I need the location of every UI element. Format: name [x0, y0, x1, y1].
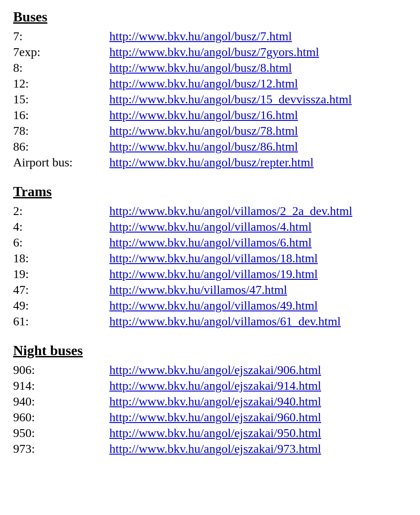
route-label: 12:: [13, 76, 109, 92]
table-row: 4: http://www.bkv.hu/angol/villamos/4.ht…: [13, 219, 407, 235]
table-row: 78: http://www.bkv.hu/angol/busz/78.html: [13, 123, 407, 139]
route-link-cell[interactable]: http://www.bkv.hu/angol/villamos/49.html: [109, 298, 407, 314]
trams-section: Trams 2: http://www.bkv.hu/angol/villamo…: [13, 183, 407, 329]
route-label: 78:: [13, 123, 109, 139]
route-link-cell[interactable]: http://www.bkv.hu/angol/busz/86.html: [109, 139, 407, 155]
table-row: 19: http://www.bkv.hu/angol/villamos/19.…: [13, 266, 407, 282]
table-row: 47: http://www.bkv.hu/villamos/47.html: [13, 282, 407, 298]
route-link[interactable]: http://www.bkv.hu/angol/villamos/18.html: [109, 251, 318, 265]
route-link-cell[interactable]: http://www.bkv.hu/villamos/47.html: [109, 282, 407, 298]
route-link[interactable]: http://www.bkv.hu/angol/villamos/2_2a_de…: [109, 204, 352, 218]
table-row: 86: http://www.bkv.hu/angol/busz/86.html: [13, 139, 407, 155]
route-link[interactable]: http://www.bkv.hu/angol/busz/12.html: [109, 77, 298, 90]
table-row: 7exp: http://www.bkv.hu/angol/busz/7gyor…: [13, 44, 407, 60]
route-link[interactable]: http://www.bkv.hu/angol/villamos/49.html: [109, 299, 318, 312]
route-link[interactable]: http://www.bkv.hu/angol/busz/78.html: [109, 124, 298, 138]
night-buses-title: Night buses: [13, 342, 407, 359]
route-label: 18:: [13, 250, 109, 266]
route-label: 86:: [13, 139, 109, 155]
route-link[interactable]: http://www.bkv.hu/angol/busz/16.html: [109, 108, 298, 122]
route-link[interactable]: http://www.bkv.hu/angol/ejszakai/950.htm…: [109, 426, 321, 440]
route-link[interactable]: http://www.bkv.hu/angol/ejszakai/940.htm…: [109, 395, 321, 408]
route-link[interactable]: http://www.bkv.hu/angol/ejszakai/960.htm…: [109, 410, 321, 424]
table-row: 6: http://www.bkv.hu/angol/villamos/6.ht…: [13, 235, 407, 250]
route-link-cell[interactable]: http://www.bkv.hu/angol/busz/repter.html: [109, 155, 407, 170]
table-row: 12: http://www.bkv.hu/angol/busz/12.html: [13, 76, 407, 92]
table-row: 18: http://www.bkv.hu/angol/villamos/18.…: [13, 250, 407, 266]
route-link[interactable]: http://www.bkv.hu/angol/busz/7.html: [109, 29, 292, 43]
route-link-cell[interactable]: http://www.bkv.hu/angol/ejszakai/960.htm…: [109, 409, 407, 425]
route-link[interactable]: http://www.bkv.hu/angol/ejszakai/906.htm…: [109, 363, 321, 377]
route-link-cell[interactable]: http://www.bkv.hu/angol/villamos/2_2a_de…: [109, 203, 407, 219]
night-buses-section: Night buses 906: http://www.bkv.hu/angol…: [13, 342, 407, 457]
route-label: 49:: [13, 298, 109, 314]
route-link-cell[interactable]: http://www.bkv.hu/angol/busz/7.html: [109, 28, 407, 44]
route-label: 8:: [13, 60, 109, 76]
route-link-cell[interactable]: http://www.bkv.hu/angol/ejszakai/906.htm…: [109, 362, 407, 378]
table-row: 61: http://www.bkv.hu/angol/villamos/61_…: [13, 314, 407, 329]
route-link-cell[interactable]: http://www.bkv.hu/angol/busz/78.html: [109, 123, 407, 139]
route-label: 19:: [13, 266, 109, 282]
route-label: 15:: [13, 92, 109, 107]
route-link[interactable]: http://www.bkv.hu/angol/villamos/4.html: [109, 220, 312, 233]
route-label: 950:: [13, 425, 109, 441]
route-link[interactable]: http://www.bkv.hu/angol/busz/8.html: [109, 61, 292, 74]
route-link-cell[interactable]: http://www.bkv.hu/angol/ejszakai/914.htm…: [109, 378, 407, 394]
route-link[interactable]: http://www.bkv.hu/angol/ejszakai/914.htm…: [109, 379, 321, 392]
route-link[interactable]: http://www.bkv.hu/angol/busz/15_devvissz…: [109, 92, 352, 106]
table-row: 2: http://www.bkv.hu/angol/villamos/2_2a…: [13, 203, 407, 219]
route-link-cell[interactable]: http://www.bkv.hu/angol/busz/16.html: [109, 107, 407, 123]
route-link[interactable]: http://www.bkv.hu/angol/villamos/61_dev.…: [109, 314, 341, 328]
table-row: 7: http://www.bkv.hu/angol/busz/7.html: [13, 28, 407, 44]
route-link[interactable]: http://www.bkv.hu/angol/busz/7gyors.html: [109, 45, 319, 59]
route-label: 914:: [13, 378, 109, 394]
route-label: 4:: [13, 219, 109, 235]
route-link-cell[interactable]: http://www.bkv.hu/angol/ejszakai/940.htm…: [109, 394, 407, 409]
route-link-cell[interactable]: http://www.bkv.hu/angol/ejszakai/950.htm…: [109, 425, 407, 441]
route-label: 7exp:: [13, 44, 109, 60]
route-label: 960:: [13, 409, 109, 425]
table-row: 8: http://www.bkv.hu/angol/busz/8.html: [13, 60, 407, 76]
route-link[interactable]: http://www.bkv.hu/angol/ejszakai/973.htm…: [109, 442, 321, 455]
route-label: 2:: [13, 203, 109, 219]
table-row: 16: http://www.bkv.hu/angol/busz/16.html: [13, 107, 407, 123]
table-row: 940: http://www.bkv.hu/angol/ejszakai/94…: [13, 394, 407, 409]
route-label: 906:: [13, 362, 109, 378]
trams-title: Trams: [13, 183, 407, 200]
route-label: Airport bus:: [13, 155, 109, 170]
buses-title: Buses: [13, 9, 407, 25]
route-link[interactable]: http://www.bkv.hu/angol/busz/repter.html: [109, 155, 314, 169]
table-row: 973: http://www.bkv.hu/angol/ejszakai/97…: [13, 441, 407, 457]
table-row: Airport bus: http://www.bkv.hu/angol/bus…: [13, 155, 407, 170]
buses-section: Buses 7: http://www.bkv.hu/angol/busz/7.…: [13, 9, 407, 170]
route-link[interactable]: http://www.bkv.hu/angol/villamos/6.html: [109, 236, 312, 249]
route-link-cell[interactable]: http://www.bkv.hu/angol/busz/7gyors.html: [109, 44, 407, 60]
night-buses-table: 906: http://www.bkv.hu/angol/ejszakai/90…: [13, 362, 407, 457]
route-link-cell[interactable]: http://www.bkv.hu/angol/busz/8.html: [109, 60, 407, 76]
table-row: 960: http://www.bkv.hu/angol/ejszakai/96…: [13, 409, 407, 425]
route-link[interactable]: http://www.bkv.hu/villamos/47.html: [109, 283, 287, 296]
route-link[interactable]: http://www.bkv.hu/angol/villamos/19.html: [109, 267, 318, 281]
trams-table: 2: http://www.bkv.hu/angol/villamos/2_2a…: [13, 203, 407, 329]
route-link-cell[interactable]: http://www.bkv.hu/angol/villamos/61_dev.…: [109, 314, 407, 329]
table-row: 49: http://www.bkv.hu/angol/villamos/49.…: [13, 298, 407, 314]
route-link-cell[interactable]: http://www.bkv.hu/angol/ejszakai/973.htm…: [109, 441, 407, 457]
route-label: 940:: [13, 394, 109, 409]
buses-table: 7: http://www.bkv.hu/angol/busz/7.html 7…: [13, 28, 407, 170]
table-row: 906: http://www.bkv.hu/angol/ejszakai/90…: [13, 362, 407, 378]
table-row: 914: http://www.bkv.hu/angol/ejszakai/91…: [13, 378, 407, 394]
table-row: 15: http://www.bkv.hu/angol/busz/15_devv…: [13, 92, 407, 107]
route-label: 973:: [13, 441, 109, 457]
table-row: 950: http://www.bkv.hu/angol/ejszakai/95…: [13, 425, 407, 441]
route-link-cell[interactable]: http://www.bkv.hu/angol/villamos/6.html: [109, 235, 407, 250]
route-link-cell[interactable]: http://www.bkv.hu/angol/busz/15_devvissz…: [109, 92, 407, 107]
route-link-cell[interactable]: http://www.bkv.hu/angol/villamos/4.html: [109, 219, 407, 235]
route-link-cell[interactable]: http://www.bkv.hu/angol/villamos/19.html: [109, 266, 407, 282]
route-label: 47:: [13, 282, 109, 298]
route-link-cell[interactable]: http://www.bkv.hu/angol/villamos/18.html: [109, 250, 407, 266]
route-label: 16:: [13, 107, 109, 123]
route-label: 7:: [13, 28, 109, 44]
route-link[interactable]: http://www.bkv.hu/angol/busz/86.html: [109, 140, 298, 153]
route-label: 61:: [13, 314, 109, 329]
route-link-cell[interactable]: http://www.bkv.hu/angol/busz/12.html: [109, 76, 407, 92]
